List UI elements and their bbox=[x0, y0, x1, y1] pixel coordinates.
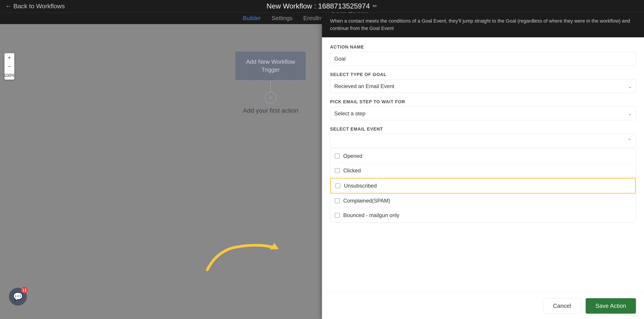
checkbox-complained[interactable] bbox=[335, 198, 340, 203]
right-panel: Goal Event ✕ When a contact meets the co… bbox=[322, 0, 644, 319]
panel-footer: Cancel Save Action bbox=[322, 292, 644, 319]
dropdown-item-unsubscribed[interactable]: Unsubscribed bbox=[330, 178, 636, 194]
select-goal-dropdown[interactable]: Recieved an Email Event bbox=[330, 79, 636, 93]
select-email-event-label: SELECT EMAIL EVENT bbox=[330, 126, 636, 132]
select-goal-label: SELECT TYPE OF GOAL bbox=[330, 72, 636, 77]
action-name-field-group: ACTION NAME bbox=[330, 44, 636, 66]
back-label: Back to Workflows bbox=[14, 3, 65, 10]
workflow-title: New Workflow : 1688713525974 ✏ bbox=[266, 2, 378, 10]
action-name-input[interactable] bbox=[330, 52, 636, 66]
chat-icon: 💬 bbox=[13, 292, 23, 301]
label-unsubscribed: Unsubscribed bbox=[344, 183, 377, 189]
select-goal-field-group: SELECT TYPE OF GOAL Recieved an Email Ev… bbox=[330, 72, 636, 93]
select-email-event-field-group: SELECT EMAIL EVENT ⌃ Opened Clicked Unsu… bbox=[330, 126, 636, 223]
dropdown-item-opened[interactable]: Opened bbox=[330, 149, 636, 164]
checkbox-clicked[interactable] bbox=[335, 168, 340, 173]
dropdown-item-bounced[interactable]: Bounced - mailgun only bbox=[330, 208, 636, 222]
zoom-controls: + − 100% bbox=[4, 53, 14, 80]
edit-title-icon[interactable]: ✏ bbox=[372, 3, 378, 10]
tab-builder[interactable]: Builder bbox=[242, 12, 261, 25]
trigger-label: Add New Workflow Trigger bbox=[246, 58, 295, 73]
label-bounced: Bounced - mailgun only bbox=[343, 212, 399, 218]
add-action-button[interactable]: + bbox=[265, 92, 276, 104]
select-email-event-select[interactable]: ⌃ bbox=[330, 134, 636, 148]
chat-badge: 11 bbox=[21, 287, 28, 294]
save-action-button[interactable]: Save Action bbox=[586, 298, 636, 314]
action-name-label: ACTION NAME bbox=[330, 44, 636, 50]
label-clicked: Clicked bbox=[343, 168, 361, 174]
panel-description: When a contact meets the conditions of a… bbox=[330, 17, 636, 32]
dropdown-item-complained[interactable]: Complained(SPAM) bbox=[330, 194, 636, 208]
zoom-level: 100% bbox=[4, 71, 14, 80]
checkbox-opened[interactable] bbox=[335, 154, 340, 158]
pick-email-step-dropdown[interactable]: Select a step bbox=[330, 107, 636, 120]
dropdown-item-clicked[interactable]: Clicked bbox=[330, 164, 636, 178]
select-goal-wrapper: Recieved an Email Event bbox=[330, 79, 636, 93]
chat-bubble[interactable]: 💬 11 bbox=[9, 288, 27, 306]
checkbox-unsubscribed[interactable] bbox=[336, 183, 340, 188]
tab-settings[interactable]: Settings bbox=[272, 12, 292, 25]
workflow-title-text: New Workflow : 1688713525974 bbox=[266, 2, 370, 10]
back-button[interactable]: ← Back to Workflows bbox=[5, 3, 65, 10]
checkbox-bounced[interactable] bbox=[335, 213, 340, 218]
panel-body: ACTION NAME SELECT TYPE OF GOAL Recieved… bbox=[322, 37, 644, 292]
label-complained: Complained(SPAM) bbox=[343, 198, 390, 204]
label-opened: Opened bbox=[343, 153, 362, 159]
connector-line bbox=[270, 81, 271, 92]
pick-email-step-label: PICK EMAIL STEP TO WAIT FOR bbox=[330, 99, 636, 104]
workflow-nodes: Add New Workflow Trigger + Add your firs… bbox=[235, 51, 306, 114]
top-navigation: ← Back to Workflows New Workflow : 16887… bbox=[0, 0, 644, 12]
pick-email-step-field-group: PICK EMAIL STEP TO WAIT FOR Select a ste… bbox=[330, 99, 636, 120]
add-action-label: Add your first action bbox=[235, 107, 306, 114]
cancel-button[interactable]: Cancel bbox=[543, 298, 581, 314]
zoom-in-button[interactable]: + bbox=[4, 53, 14, 62]
select-email-event-chevron: ⌃ bbox=[627, 138, 632, 144]
back-arrow-icon: ← bbox=[5, 3, 12, 10]
arrow-annotation bbox=[190, 216, 283, 279]
svg-marker-0 bbox=[270, 243, 279, 249]
trigger-box[interactable]: Add New Workflow Trigger bbox=[235, 51, 306, 81]
zoom-out-button[interactable]: − bbox=[4, 62, 14, 71]
pick-email-step-wrapper: Select a step bbox=[330, 107, 636, 120]
email-event-dropdown-list: Opened Clicked Unsubscribed Complained(S… bbox=[330, 149, 636, 223]
